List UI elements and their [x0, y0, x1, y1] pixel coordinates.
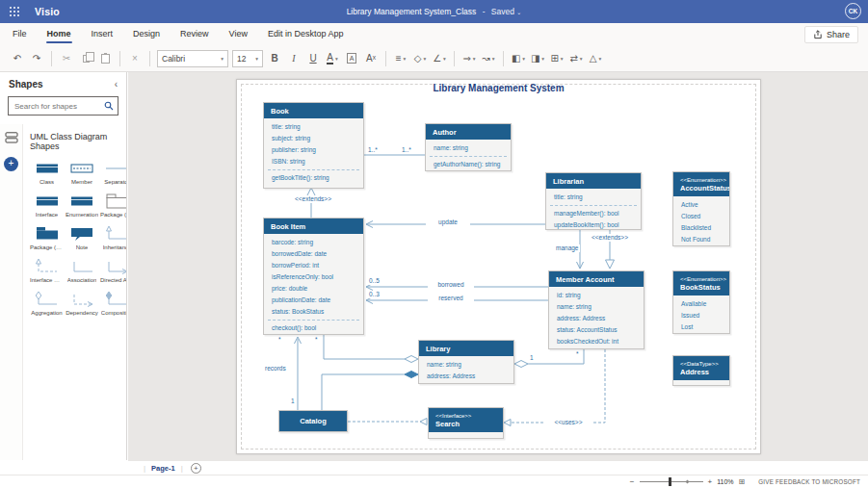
stencil-shape-package-ex[interactable]: Package (ex...: [100, 193, 126, 218]
uml-class-book[interactable]: Book title: stringsubject: stringpublish…: [263, 102, 364, 189]
stencil-shape-separator[interactable]: Separator: [100, 161, 126, 185]
paste-button[interactable]: [97, 50, 113, 67]
chevron-down-icon: ▾: [492, 56, 495, 62]
font-color-button[interactable]: A▾: [325, 50, 340, 67]
title-separator: -: [483, 7, 486, 16]
package-expanded-shape-icon: [106, 193, 126, 209]
uml-datatype-address[interactable]: <<DataType>>Address: [672, 355, 730, 386]
menu-file[interactable]: File: [12, 25, 28, 43]
diagram-title[interactable]: Library Management System: [237, 83, 760, 93]
collapse-panel-icon[interactable]: ‹: [115, 79, 118, 90]
uml-class-catalog[interactable]: Catalog: [278, 410, 348, 432]
italic-button[interactable]: I: [286, 50, 302, 67]
bold-button[interactable]: B: [267, 50, 282, 67]
address-name: Address: [680, 368, 729, 377]
stencil-shape-class[interactable]: Class: [30, 161, 64, 185]
search-stereotype: <<Interface>>: [435, 412, 503, 420]
position-button[interactable]: ⇄▾: [568, 50, 584, 67]
uml-class-library[interactable]: Library name: stringaddress: Address: [418, 340, 514, 384]
drawing-page[interactable]: Library Management System: [236, 79, 761, 454]
uml-row: borrowPeriod: int: [264, 260, 363, 271]
stencil-shape-inheritance[interactable]: Inheritance: [100, 226, 126, 250]
uml-class-member-account[interactable]: Member Account id: stringname: stringadd…: [548, 270, 644, 349]
app-launcher-icon[interactable]: [0, 0, 29, 23]
stencil-shape-composition[interactable]: Composition: [100, 292, 126, 316]
shape-outline-button[interactable]: ∠▾: [432, 50, 447, 67]
cut-button[interactable]: ✂: [59, 50, 74, 67]
member-shape-icon: [70, 161, 93, 176]
app-name: Visio: [35, 6, 60, 17]
change-shape-button[interactable]: △▾: [588, 50, 603, 67]
page-tab-bar: | Page-1 | +: [128, 460, 868, 475]
shrink-text-button[interactable]: Aˣ: [363, 50, 379, 67]
stencil-shape-dependency[interactable]: Dependency: [66, 292, 98, 316]
send-backward-button[interactable]: ◨▾: [530, 50, 545, 67]
connector-end-button[interactable]: ↝▾: [481, 50, 496, 67]
multiplicity-label: 1..*: [367, 146, 379, 154]
uses-label: <<uses>>: [543, 419, 593, 426]
underline-button[interactable]: U: [305, 50, 321, 67]
shape-search-input[interactable]: [13, 101, 104, 112]
feedback-link[interactable]: GIVE FEEDBACK TO MICROSOFT: [758, 478, 860, 485]
shape-search-box[interactable]: [8, 96, 118, 116]
shape-fill-button[interactable]: ◇▾: [412, 50, 428, 67]
zoom-in-button[interactable]: +: [708, 477, 713, 486]
stencil-shape-aggregation[interactable]: Aggregation: [30, 292, 64, 316]
search-name: Search: [435, 420, 503, 429]
stencil-shape-package-col[interactable]: Package (col...: [30, 226, 64, 250]
stencil-shape-member[interactable]: Member: [66, 161, 98, 185]
stencil-shape-enumeration[interactable]: Enumeration: [66, 193, 98, 218]
saved-status[interactable]: Saved: [491, 7, 514, 16]
zoom-slider[interactable]: [640, 481, 703, 482]
stencil-shape-label: Separator: [104, 179, 126, 185]
menu-view[interactable]: View: [228, 25, 249, 43]
redo-button[interactable]: ↷: [29, 50, 44, 67]
chevron-down-icon: ▾: [561, 56, 564, 62]
zoom-out-button[interactable]: −: [630, 477, 635, 486]
saved-chevron-icon[interactable]: ⌄: [516, 10, 521, 15]
share-label: Share: [827, 30, 850, 39]
add-stencil-button[interactable]: +: [4, 157, 18, 171]
align-text-button[interactable]: ≡▾: [393, 50, 408, 67]
stencil-shape-interface-re[interactable]: Interface Re...: [30, 259, 64, 283]
menu-insert[interactable]: Insert: [91, 25, 115, 43]
menu-review[interactable]: Review: [179, 25, 210, 43]
stencil-shape-interface[interactable]: Interface: [30, 193, 64, 218]
font-size-select[interactable]: 12▾: [232, 50, 263, 67]
uml-class-librarian[interactable]: Librarian title: stringmanageMember(): b…: [545, 172, 642, 230]
uml-enum-accountstatus[interactable]: <<Enumeration>>AccountStatus ActiveClose…: [672, 171, 730, 246]
zoom-slider-thumb[interactable]: [669, 477, 671, 486]
uml-enum-bookstatus[interactable]: <<Enumeration>>BookStatus AvailableIssue…: [672, 270, 730, 334]
delete-button[interactable]: ×: [127, 50, 143, 67]
zoom-level[interactable]: 110%: [717, 478, 733, 485]
stencil-shape-note[interactable]: Note: [66, 226, 98, 250]
page-tab[interactable]: Page-1: [151, 464, 175, 473]
uml-class-author[interactable]: Author name: stringgetAuthorName(): stri…: [425, 123, 512, 171]
chevron-down-icon: ▾: [580, 56, 583, 62]
uml-class-book-item[interactable]: Book Item barcode: stringborrowedDate: d…: [263, 218, 364, 335]
uml-row: getAuthorName(): string: [426, 159, 511, 170]
undo-button[interactable]: ↶: [10, 50, 25, 67]
stencil-shape-directed-ass[interactable]: Directed Ass...: [100, 259, 126, 283]
copy-button[interactable]: [78, 50, 93, 67]
add-page-button[interactable]: +: [191, 463, 201, 474]
menu-home[interactable]: Home: [46, 25, 72, 43]
font-family-select[interactable]: Calibri▾: [157, 50, 228, 67]
account-avatar[interactable]: CK: [845, 3, 861, 19]
drawing-canvas[interactable]: Library Management System: [128, 72, 868, 460]
stencil-shape-label: Composition: [101, 310, 126, 316]
chevron-down-icon: ▾: [473, 56, 476, 62]
fit-page-icon[interactable]: ⊞: [739, 477, 746, 486]
menu-design[interactable]: Design: [132, 25, 161, 43]
stencil-shape-association[interactable]: Association: [66, 259, 98, 283]
share-button[interactable]: Share: [804, 26, 858, 43]
stencil-tab-icon[interactable]: [5, 132, 18, 143]
font-family-value: Calibri: [162, 54, 185, 64]
text-block-button[interactable]: A: [344, 50, 359, 67]
uml-interface-search[interactable]: <<Interface>>Search: [428, 407, 504, 439]
group-button[interactable]: ⊞▾: [549, 50, 565, 67]
menu-edit-desktop[interactable]: Edit in Desktop App: [267, 25, 345, 43]
connector-begin-button[interactable]: ⇒▾: [461, 50, 477, 67]
enumeration-shape-icon: [70, 193, 93, 209]
bring-forward-button[interactable]: ◧▾: [511, 50, 526, 67]
